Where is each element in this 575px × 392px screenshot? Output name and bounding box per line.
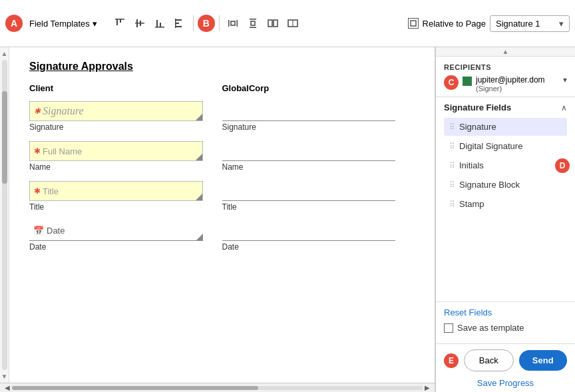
date-field-block: 📅 Date Date <box>29 221 222 252</box>
svg-rect-6 <box>156 20 158 27</box>
title-field-block: Title Title <box>29 181 222 212</box>
relative-to-page-label: Relative to Page <box>423 19 486 29</box>
field-templates-button[interactable]: Field Templates ▾ <box>25 16 101 31</box>
svg-rect-18 <box>250 27 256 29</box>
panel-buttons: E Back Send <box>436 343 575 375</box>
svg-rect-13 <box>228 20 230 27</box>
right-date-label: Date <box>222 242 415 252</box>
recipients-section: RECIPIENTS C jupiter@jupiter.dom (Signer… <box>436 57 575 97</box>
date-placeholder: Date <box>47 226 65 236</box>
badge-e: E <box>444 353 459 368</box>
badge-c: C <box>444 75 459 90</box>
relative-to-page[interactable]: Relative to Page <box>408 18 486 29</box>
date-field[interactable]: 📅 Date <box>29 221 203 241</box>
fullname-field[interactable]: Full Name <box>29 141 203 161</box>
sig-field-label-signature: Signature <box>459 122 496 132</box>
toolbar-left: A Field Templates ▾ <box>5 15 101 32</box>
right-name-line <box>222 141 396 161</box>
svg-rect-5 <box>135 23 144 24</box>
signature-label: Signature <box>29 122 222 132</box>
align-left-icon[interactable] <box>170 14 189 33</box>
distribute-v-icon[interactable] <box>244 14 262 33</box>
fullname-corner <box>196 154 202 160</box>
sig-field-item-block[interactable]: ⠿ Signature Block <box>444 176 567 194</box>
sig-field-label-digital: Digital Signature <box>459 141 522 151</box>
signature-dropdown-value: Signature 1 <box>496 19 540 29</box>
drag-handle-digital: ⠿ <box>449 142 455 151</box>
scroll-up-arrow[interactable]: ▲ <box>1 50 8 57</box>
split-icon[interactable] <box>264 14 282 33</box>
right-signature-line <box>222 101 396 121</box>
hscroll-left-arrow[interactable]: ◀ <box>3 384 12 391</box>
recipient-info: jupiter@jupiter.dom (Signer) <box>476 75 559 93</box>
signature-dropdown[interactable]: Signature 1 ▾ <box>490 15 570 32</box>
align-top-icon[interactable] <box>110 14 129 33</box>
drag-handle-initials: ⠿ <box>449 161 455 170</box>
scroll-down-arrow[interactable]: ▼ <box>1 373 8 380</box>
back-button[interactable]: Back <box>464 349 514 371</box>
merge-icon[interactable] <box>284 14 302 33</box>
date-corner <box>196 234 203 240</box>
globalcorp-header: GlobalCorp <box>222 83 415 93</box>
drag-handle-signature: ⠿ <box>449 122 455 132</box>
vscroll-track[interactable] <box>2 60 7 370</box>
sig-field-item-digital[interactable]: ⠿ Digital Signature <box>444 137 567 155</box>
doc-vscroll[interactable]: ▲ ▼ <box>0 47 9 383</box>
client-column: Client Signature Signature Full Name <box>29 83 222 261</box>
drag-handle-block: ⠿ <box>449 180 455 190</box>
document-scroll[interactable]: Signature Approvals Client Signature Sig… <box>9 47 435 383</box>
align-bottom-icon[interactable] <box>150 14 169 33</box>
signature-corner <box>196 114 202 120</box>
title-label: Title <box>29 202 222 212</box>
svg-rect-14 <box>231 21 235 25</box>
fullname-label: Name <box>29 162 222 172</box>
svg-rect-19 <box>268 20 272 27</box>
main-area: ▲ ▼ Signature Approvals Client Signature <box>0 47 575 392</box>
sig-field-item-stamp[interactable]: ⠿ Stamp <box>444 195 567 213</box>
right-date-block: Date <box>222 221 415 252</box>
svg-rect-7 <box>160 23 161 27</box>
right-signature-block: Signature <box>222 101 415 132</box>
signature-field[interactable]: Signature <box>29 101 203 121</box>
panel-actions: Reset Fields Save as template <box>436 301 575 343</box>
distribute-h-icon[interactable] <box>224 14 242 33</box>
save-template-checkbox[interactable] <box>444 323 453 333</box>
save-template-label: Save as template <box>457 323 524 333</box>
align-center-h-icon[interactable] <box>130 14 149 33</box>
recipient-row: C jupiter@jupiter.dom (Signer) ▾ <box>444 75 567 93</box>
svg-rect-8 <box>155 27 164 28</box>
doc-hscroll[interactable]: ◀ ▶ <box>0 383 435 392</box>
panel-scroll-top[interactable]: ▲ <box>436 47 575 57</box>
hscroll-right-arrow[interactable]: ▶ <box>423 384 432 391</box>
recipient-chevron-down[interactable]: ▾ <box>563 75 567 85</box>
sig-fields-title: Signature Fields <box>444 102 511 112</box>
title-placeholder: Title <box>43 186 59 196</box>
badge-b: B <box>198 15 215 32</box>
sig-field-label-initials: Initials <box>459 160 484 170</box>
svg-rect-17 <box>251 21 255 25</box>
toolbar: A Field Templates ▾ B <box>0 0 575 47</box>
drag-handle-stamp: ⠿ <box>449 200 455 209</box>
toolbar-divider-2 <box>219 15 220 31</box>
sig-field-item-signature[interactable]: ⠿ Signature <box>444 118 567 136</box>
toolbar-divider-1 <box>193 15 194 31</box>
fullname-placeholder: Full Name <box>43 146 82 156</box>
badge-a: A <box>5 15 23 32</box>
right-title-block: Title <box>222 181 415 212</box>
svg-rect-16 <box>250 19 256 20</box>
recipient-color-indicator <box>463 77 472 86</box>
right-date-line <box>222 221 396 241</box>
sig-fields-collapse[interactable]: ∧ <box>561 103 567 112</box>
svg-rect-20 <box>274 20 278 27</box>
signature-field-block: Signature Signature <box>29 101 222 132</box>
title-field[interactable]: Title <box>29 181 203 201</box>
field-templates-label: Field Templates <box>29 19 90 29</box>
hscroll-track[interactable] <box>12 386 423 390</box>
reset-fields-link[interactable]: Reset Fields <box>444 307 567 317</box>
sig-field-item-initials[interactable]: ⠿ Initials D <box>444 156 567 174</box>
send-button[interactable]: Send <box>519 350 568 371</box>
svg-rect-2 <box>115 19 124 20</box>
recipient-role: (Signer) <box>476 85 559 93</box>
vscroll-thumb <box>2 91 7 184</box>
save-progress-link[interactable]: Save Progress <box>436 375 575 392</box>
